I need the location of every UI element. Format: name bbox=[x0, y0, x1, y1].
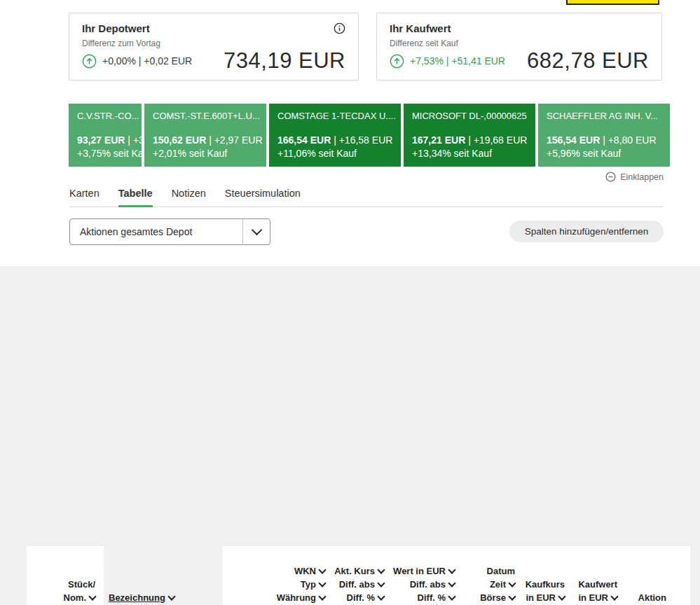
kaufwert-diff: +7,53% | +51,41 EUR bbox=[410, 55, 505, 67]
header-datum-zeit-boerse[interactable]: Datum Zeit Börse bbox=[455, 564, 515, 604]
position-card-since: +11,06% seit Kauf bbox=[277, 147, 392, 160]
collapse-label: Einklappen bbox=[620, 172, 664, 182]
position-card-name: MICROSOFT DL-,00000625 bbox=[412, 111, 527, 121]
position-card-value: 167,21 EUR | +19,68 EUR bbox=[412, 134, 527, 147]
position-card-name: SCHAEFFLER AG INH. V... bbox=[547, 111, 661, 121]
position-card[interactable]: MICROSOFT DL-,00000625167,21 EUR | +19,6… bbox=[404, 104, 535, 167]
kaufwert-value: 682,78 EUR bbox=[527, 48, 649, 74]
position-card-name: COMSTAGE 1-TECDAX U.... bbox=[277, 111, 392, 121]
position-card-since: +5,96% seit Kauf bbox=[547, 147, 661, 160]
top-banner-cutoff[interactable] bbox=[566, 0, 659, 5]
tab-notizen[interactable]: Notizen bbox=[172, 188, 206, 207]
tab-steuersimulation[interactable]: Steuersimulation bbox=[225, 188, 301, 207]
depot-filter-dropdown[interactable]: Aktionen gesamtes Depot bbox=[69, 218, 270, 245]
position-card[interactable]: C.V.STR.-CO...93,27 EUR | +3,+3,75% seit… bbox=[69, 104, 142, 167]
position-card-name: COMST.-ST.E.600T+L.U... bbox=[153, 111, 258, 121]
depotwert-title: Ihr Depotwert bbox=[82, 22, 150, 34]
header-aktion: Aktion bbox=[617, 591, 690, 604]
table-header-row: Stück/ Nom. Bezeichnung WKN Typ Währung … bbox=[27, 546, 690, 605]
header-akt-kurs[interactable]: Akt. Kurs Diff. abs Diff. % bbox=[325, 564, 384, 604]
depotwert-subtitle: Differenz zum Vortag bbox=[82, 39, 345, 48]
position-cards-row: C.V.STR.-CO...93,27 EUR | +3,+3,75% seit… bbox=[69, 104, 670, 167]
collapse-positions[interactable]: Einklappen bbox=[69, 172, 664, 182]
header-bezeichnung[interactable]: Bezeichnung bbox=[95, 591, 218, 604]
kaufwert-subtitle: Differenz seit Kauf bbox=[390, 39, 649, 48]
table-section-background: Stück/ Nom. Bezeichnung WKN Typ Währung … bbox=[0, 266, 700, 605]
position-card-name: C.V.STR.-CO... bbox=[77, 111, 133, 121]
summary-row: Ihr Depotwert Differenz zum Vortag +0,00… bbox=[69, 13, 662, 81]
view-tabs: Karten Tabelle Notizen Steuersimulation bbox=[69, 188, 664, 207]
tab-tabelle[interactable]: Tabelle bbox=[118, 188, 153, 207]
arrow-up-circle-icon bbox=[390, 54, 404, 69]
info-icon[interactable] bbox=[334, 22, 345, 34]
header-wkn-typ-waehrung[interactable]: WKN Typ Währung bbox=[252, 564, 325, 604]
depotwert-value: 734,19 EUR bbox=[224, 48, 345, 74]
tab-karten[interactable]: Karten bbox=[69, 188, 99, 207]
depotwert-card: Ihr Depotwert Differenz zum Vortag +0,00… bbox=[69, 13, 359, 81]
depotwert-diff: +0,00% | +0,02 EUR bbox=[102, 55, 192, 67]
position-card-since: +2,01% seit Kauf bbox=[153, 147, 258, 160]
positions-table: Stück/ Nom. Bezeichnung WKN Typ Währung … bbox=[27, 546, 690, 605]
position-card[interactable]: SCHAEFFLER AG INH. V...156,54 EUR | +8,8… bbox=[538, 104, 670, 167]
header-kaufkurs[interactable]: Kaufkurs in EUR bbox=[515, 578, 565, 604]
position-card-value: 156,54 EUR | +8,80 EUR bbox=[547, 134, 661, 147]
depot-filter-value: Aktionen gesamtes Depot bbox=[70, 226, 242, 237]
header-kaufwert[interactable]: Kaufwert in EUR bbox=[565, 578, 617, 604]
position-card[interactable]: COMST.-ST.E.600T+L.U...150,62 EUR | +2,9… bbox=[144, 104, 266, 167]
position-card-since: +13,34% seit Kauf bbox=[412, 147, 527, 160]
sort-chevron-icon bbox=[167, 592, 175, 600]
position-card-since: +3,75% seit Ka bbox=[77, 147, 133, 160]
kaufwert-card: Ihr Kaufwert Differenz seit Kauf +7,53% … bbox=[376, 13, 662, 81]
arrow-up-circle-icon bbox=[82, 54, 97, 69]
dropdown-chevron-area[interactable] bbox=[242, 219, 270, 244]
position-card-value: 150,62 EUR | +2,97 EUR bbox=[153, 134, 258, 147]
position-card[interactable]: COMSTAGE 1-TECDAX U....166,54 EUR | +16,… bbox=[269, 104, 401, 167]
header-stueck[interactable]: Stück/ Nom. bbox=[46, 578, 95, 604]
position-card-value: 93,27 EUR | +3, bbox=[77, 134, 133, 147]
position-card-value: 166,54 EUR | +16,58 EUR bbox=[277, 134, 392, 147]
kaufwert-title: Ihr Kaufwert bbox=[390, 22, 451, 34]
depot-page: Ihr Depotwert Differenz zum Vortag +0,00… bbox=[0, 0, 700, 605]
minus-circle-icon bbox=[605, 172, 616, 182]
header-wert-in-eur[interactable]: Wert in EUR Diff. abs Diff. % bbox=[384, 564, 455, 604]
columns-config-button[interactable]: Spalten hinzufügen/entfernen bbox=[509, 221, 664, 242]
chevron-down-icon bbox=[251, 225, 262, 236]
